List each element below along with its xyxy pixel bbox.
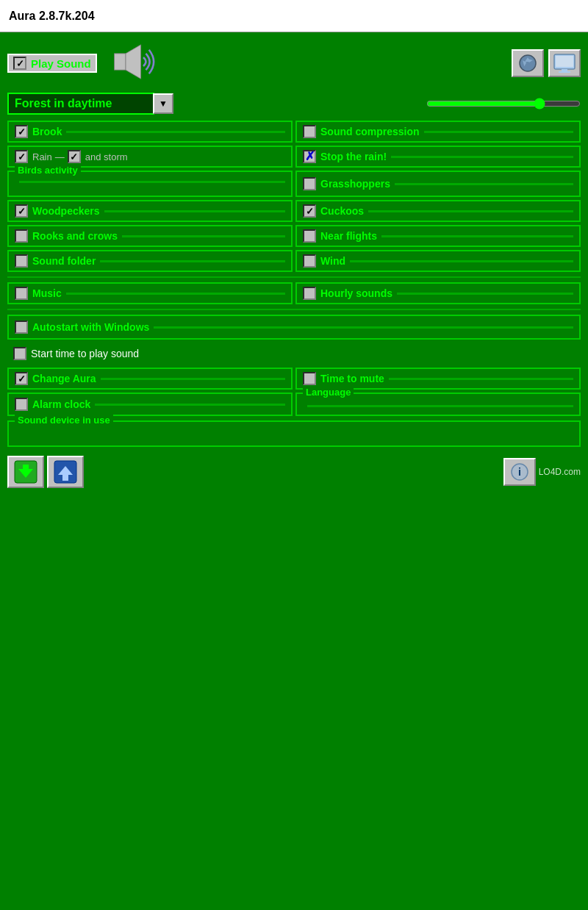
language-slider [307,405,573,407]
aura-dropdown[interactable]: Forest in daytime [7,93,154,115]
separator-1 [7,276,581,278]
change-aura-slider [101,378,285,380]
icon-button-2[interactable] [548,49,581,77]
icon-button-1[interactable] [512,49,544,77]
near-flights-box: Near flights [295,225,581,247]
separator-2 [7,309,581,310]
bottom-left-buttons [7,456,84,488]
info-icon: i [509,462,531,481]
upload-button[interactable] [47,456,84,488]
title-bar: Aura 2.8.7k.204 [0,0,588,32]
row9: Alarm clock Language [7,393,581,416]
volume-area [426,98,581,110]
woodpeckers-checkbox[interactable] [15,204,28,218]
near-flights-checkbox[interactable] [303,229,316,243]
cuckoos-slider [368,210,573,212]
sound-device-label: Sound device in use [15,415,113,426]
dropdown-arrow[interactable]: ▼ [153,93,173,114]
stop-rain-box: Stop the rain! [295,146,581,168]
play-sound-container[interactable]: Play Sound [7,54,97,73]
brook-label: Brook [32,126,62,137]
stop-rain-slider [391,156,573,158]
svg-rect-12 [62,475,68,481]
cuckoos-label: Cuckoos [320,205,364,217]
alarm-clock-slider [95,404,285,406]
bottom-right-buttons: i LO4D.com [503,458,581,486]
hourly-sounds-box: Hourly sounds [295,282,581,304]
row5: Rooks and crows Near flights [7,225,581,247]
language-group-title: Language [303,387,354,398]
aura-selected-text: Forest in daytime [15,97,112,110]
autostart-box: Autostart with Windows [7,315,581,340]
autostart-checkbox[interactable] [15,320,28,334]
grasshoppers-checkbox[interactable] [303,177,316,190]
rooks-checkbox[interactable] [15,229,28,243]
time-to-mute-checkbox[interactable] [303,372,316,385]
play-sound-label: Play Sound [31,57,91,70]
stop-rain-checkbox[interactable] [303,150,316,163]
alarm-clock-checkbox[interactable] [15,398,28,411]
aura-dropdown-container: Forest in daytime ▼ [7,93,173,115]
sound-folder-box: Sound folder [7,250,293,272]
rooks-label: Rooks and crows [32,230,118,242]
row8: Change Aura Time to mute [7,368,581,390]
sound-folder-label: Sound folder [32,255,96,267]
alarm-clock-label: Alarm clock [32,398,90,410]
row7: Music Hourly sounds [7,282,581,304]
near-flights-slider [381,235,573,237]
speaker-icon [109,40,160,84]
speaker-area [109,40,160,87]
rain-label: Rain [32,151,52,162]
change-aura-checkbox[interactable] [15,372,28,385]
rooks-box: Rooks and crows [7,225,293,247]
sound-compression-slider [424,131,573,133]
rooks-slider [122,235,285,237]
music-checkbox[interactable] [15,287,28,300]
change-aura-box: Change Aura [7,368,293,390]
download-button[interactable] [7,456,44,488]
birds-activity-box: Birds activity [7,171,293,197]
svg-rect-0 [114,54,125,70]
storm-checkbox[interactable] [68,150,81,163]
upload-icon [52,459,79,485]
brook-checkbox[interactable] [15,125,28,138]
sound-device-box: Sound device in use [7,420,581,447]
hourly-sounds-checkbox[interactable] [303,287,316,300]
birds-activity-group-title: Birds activity [15,165,81,176]
play-sound-checkbox[interactable] [13,57,26,70]
svg-rect-6 [559,71,570,73]
app-title: Aura 2.8.7k.204 [9,10,95,23]
sound-compression-label: Sound compression [320,126,420,137]
row1: Brook Sound compression [7,121,581,143]
storm-label: and storm [85,151,128,162]
sound-compression-checkbox[interactable] [303,125,316,138]
volume-slider[interactable] [426,98,581,110]
dropdown-volume-row: Forest in daytime ▼ [7,93,581,115]
bottom-right-icon-1[interactable]: i [503,458,536,486]
row3: Birds activity Grasshoppers [7,171,581,197]
top-row: Play Sound [7,40,581,87]
music-label: Music [32,287,62,299]
wind-box: Wind [295,250,581,272]
watermark: LO4D.com [539,467,581,477]
start-time-label: Start time to play sound [31,348,139,359]
wind-label: Wind [320,255,345,267]
svg-rect-9 [23,465,29,470]
monitor-icon [553,53,576,74]
language-box: Language [295,393,581,416]
start-time-checkbox[interactable] [13,347,26,360]
alarm-clock-box: Alarm clock [7,393,293,416]
rain-checkbox[interactable] [15,150,28,163]
brook-slider [66,131,285,133]
grasshoppers-label: Grasshoppers [320,178,390,190]
svg-rect-4 [556,56,573,67]
time-to-mute-label: Time to mute [320,373,384,384]
recycle-icon [517,53,538,74]
bottom-row: i LO4D.com [7,453,581,488]
grasshoppers-slider [395,183,573,185]
cuckoos-box: Cuckoos [295,200,581,222]
cuckoos-checkbox[interactable] [303,204,316,218]
wind-checkbox[interactable] [303,254,316,268]
music-box: Music [7,282,293,304]
sound-folder-checkbox[interactable] [15,254,28,268]
